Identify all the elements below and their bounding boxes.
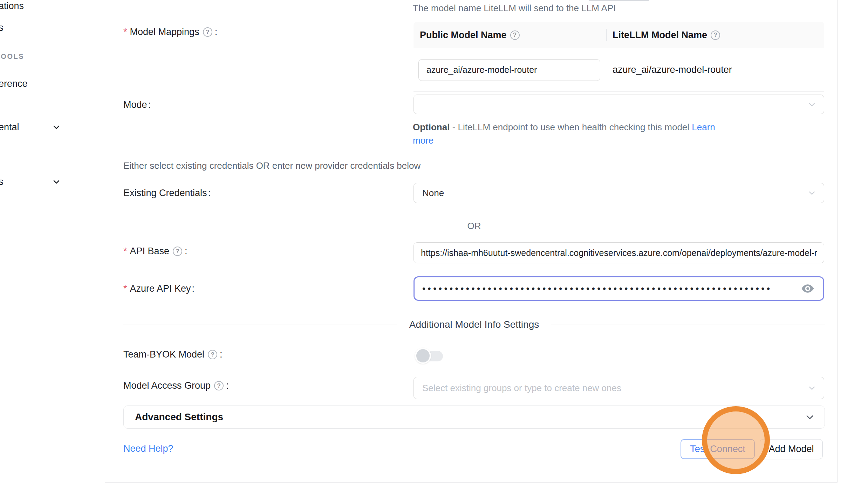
required-asterisk: * — [123, 27, 127, 37]
help-circle-icon[interactable]: ? — [711, 30, 720, 40]
api-base-input[interactable] — [414, 242, 824, 263]
litellm-model-name-value: azure_ai/azure-model-router — [606, 64, 824, 75]
model-access-group-select[interactable]: Select existing groups or type to create… — [414, 377, 824, 399]
sidebar-item-organizations[interactable]: ations — [0, 1, 24, 12]
credentials-note: Either select existing credentials OR en… — [123, 160, 421, 171]
chevron-down-icon[interactable] — [52, 123, 61, 132]
model-mappings-table: Public Model Name ? LiteLLM Model Name ?… — [414, 22, 824, 92]
learn-more-link[interactable]: more — [413, 135, 433, 146]
help-circle-icon[interactable]: ? — [173, 247, 182, 256]
sidebar: ations s TOOLS erence ental s — [0, 0, 105, 485]
sidebar-section-tools: TOOLS — [0, 53, 24, 61]
eye-icon[interactable] — [801, 282, 815, 296]
existing-credentials-value: None — [414, 188, 444, 199]
sidebar-item[interactable]: s — [0, 22, 4, 33]
model-mappings-table-header: Public Model Name ? LiteLLM Model Name ? — [414, 22, 824, 48]
column-divider — [606, 29, 607, 41]
click-highlight-circle — [702, 406, 770, 474]
help-circle-icon[interactable]: ? — [510, 30, 520, 40]
model-access-group-placeholder: Select existing groups or type to create… — [414, 383, 621, 394]
sidebar-item-experimental[interactable]: ental — [0, 122, 19, 133]
existing-credentials-label: Existing Credentials: — [123, 188, 211, 199]
required-asterisk: * — [123, 246, 127, 257]
additional-settings-divider-text: Additional Model Info Settings — [397, 319, 551, 330]
help-circle-icon[interactable]: ? — [208, 350, 217, 359]
sidebar-item-api-reference[interactable]: erence — [0, 78, 28, 89]
learn-more-link[interactable]: Learn — [692, 122, 715, 132]
masked-password-value: ••••••••••••••••••••••••••••••••••••••••… — [415, 283, 786, 294]
chevron-down-icon — [805, 412, 815, 422]
chevron-down-icon[interactable] — [52, 177, 61, 186]
mode-label: Mode: — [123, 99, 151, 110]
team-byok-toggle[interactable] — [415, 348, 444, 365]
divider-line — [123, 226, 456, 226]
or-divider: OR — [123, 221, 825, 230]
divider-line — [123, 325, 397, 325]
model-mappings-label: * Model Mappings ? : — [123, 27, 217, 37]
chevron-down-icon — [808, 100, 816, 109]
public-model-name-cell — [414, 59, 606, 81]
or-divider-text: OR — [456, 221, 493, 231]
table-row: azure_ai/azure-model-router — [414, 48, 824, 92]
team-byok-label: Team-BYOK Model ? : — [123, 349, 223, 360]
mode-select[interactable] — [414, 95, 824, 114]
mode-help-text: Optional - LiteLLM endpoint to use when … — [413, 120, 715, 147]
add-model-page: ations s TOOLS erence ental s The model … — [0, 0, 868, 485]
additional-settings-divider: Additional Model Info Settings — [123, 319, 825, 330]
azure-api-key-label: * Azure API Key : — [123, 283, 194, 294]
toggle-knob — [415, 348, 431, 364]
column-header-public-model-name: Public Model Name ? — [414, 30, 606, 41]
column-header-litellm-model-name: LiteLLM Model Name ? — [606, 30, 824, 41]
help-circle-icon[interactable]: ? — [214, 381, 224, 390]
required-asterisk: * — [123, 283, 127, 294]
model-access-group-label: Model Access Group ? : — [123, 380, 229, 391]
existing-credentials-select[interactable]: None — [414, 183, 824, 203]
need-help-link[interactable]: Need Help? — [123, 443, 173, 454]
api-base-label: * API Base ? : — [123, 246, 187, 257]
model-name-helper-text: The model name LiteLLM will send to the … — [413, 3, 616, 14]
divider-line — [551, 325, 825, 325]
chevron-down-icon — [808, 189, 816, 197]
help-circle-icon[interactable]: ? — [203, 27, 212, 37]
azure-api-key-input[interactable]: ••••••••••••••••••••••••••••••••••••••••… — [414, 276, 824, 301]
public-model-name-input[interactable] — [418, 59, 600, 81]
divider-line — [493, 226, 825, 226]
sidebar-item-settings[interactable]: s — [0, 176, 4, 187]
cutoff-input-edge — [589, 0, 649, 1]
advanced-settings-label: Advanced Settings — [124, 411, 223, 423]
chevron-down-icon — [808, 384, 816, 392]
